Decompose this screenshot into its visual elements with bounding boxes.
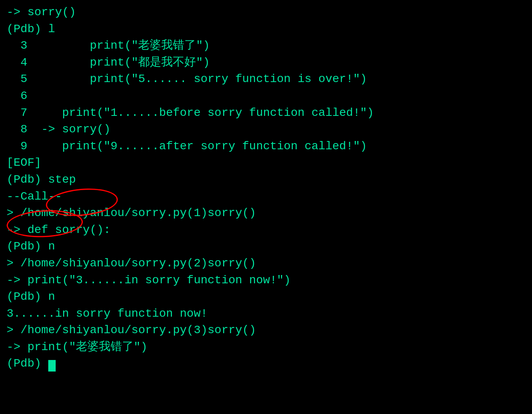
terminal-line: -> print("老婆我错了") [7, 339, 525, 356]
terminal-line: (Pdb) [7, 355, 525, 372]
terminal-line: (Pdb) n [7, 289, 525, 306]
terminal-line: 4 print("都是我不好") [7, 54, 525, 71]
terminal-line: -> def sorry(): [7, 222, 525, 239]
terminal-line: > /home/shiyanlou/sorry.py(2)sorry() [7, 255, 525, 272]
terminal-line: -> print("3......in sorry function now!"… [7, 272, 525, 289]
terminal-output: -> sorry()(Pdb) l 3 print("老婆我错了") 4 pri… [7, 4, 525, 372]
terminal-line: (Pdb) step [7, 172, 525, 188]
terminal-line: 8 -> sorry() [7, 121, 525, 138]
terminal-line: 7 print("1......before sorry function ca… [7, 105, 525, 122]
terminal-line: [EOF] [7, 155, 525, 172]
terminal-line: > /home/shiyanlou/sorry.py(1)sorry() [7, 205, 525, 222]
terminal-line: (Pdb) n [7, 238, 525, 255]
terminal-line: --Call-- [7, 188, 525, 205]
terminal-line: -> sorry() [7, 4, 525, 21]
terminal-line: (Pdb) l [7, 21, 525, 38]
terminal-line: 6 [7, 88, 525, 105]
terminal-line: 3 print("老婆我错了") [7, 38, 525, 54]
terminal-cursor [48, 360, 56, 372]
terminal-line: 5 print("5...... sorry function is over!… [7, 71, 525, 88]
terminal-line: 9 print("9......after sorry function cal… [7, 138, 525, 155]
terminal-line: > /home/shiyanlou/sorry.py(3)sorry() [7, 322, 525, 339]
terminal-line: 3......in sorry function now! [7, 306, 525, 322]
terminal-container: -> sorry()(Pdb) l 3 print("老婆我错了") 4 pri… [7, 4, 525, 372]
